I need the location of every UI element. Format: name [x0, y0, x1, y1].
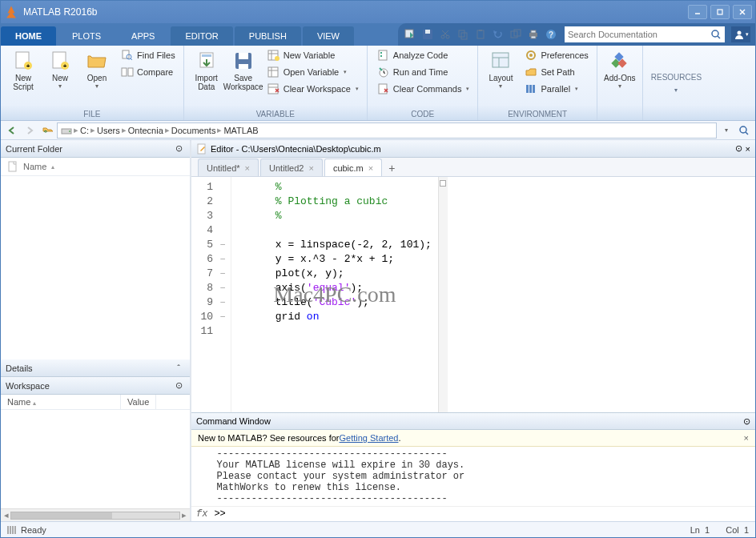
ribbon-tab-bar: HOME PLOTS APPS EDITOR PUBLISH VIEW ? ▾ [1, 23, 755, 46]
search-icon[interactable] [710, 29, 722, 40]
tab-apps[interactable]: APPS [117, 26, 169, 46]
analyze-code-button[interactable]: Analyze Code [374, 47, 473, 63]
tab-plots[interactable]: PLOTS [58, 26, 115, 46]
panel-menu-icon[interactable]: ⊙ [735, 143, 742, 154]
svg-point-68 [740, 126, 746, 133]
close-button[interactable] [733, 5, 752, 19]
path-segment[interactable]: ▸MATLAB [217, 125, 258, 135]
new-button[interactable]: + New▾ [42, 47, 78, 92]
path-segment[interactable]: ▸Documents [165, 125, 216, 135]
svg-point-44 [275, 56, 279, 61]
workspace-header[interactable]: Workspace ⊙ [1, 377, 190, 395]
ribbon-group-addons: Add-Ons▾ [597, 46, 643, 120]
workspace-scrollbar[interactable]: ◂ ▸ [1, 508, 190, 521]
parallel-button[interactable]: Parallel▾ [521, 81, 591, 97]
app-title: MATLAB R2016b [23, 6, 688, 18]
path-segment[interactable]: ▸C: [74, 125, 89, 135]
save-workspace-button[interactable]: Save Workspace [226, 47, 261, 94]
tab-publish[interactable]: PUBLISH [235, 26, 301, 46]
svg-rect-19 [531, 36, 536, 38]
command-window-output[interactable]: ----------------------------------------… [191, 447, 755, 506]
tab-view[interactable]: VIEW [303, 26, 354, 46]
svg-rect-54 [379, 84, 387, 94]
nav-up-button[interactable] [39, 122, 55, 139]
svg-rect-34 [122, 68, 127, 76]
banner-close-icon[interactable]: × [744, 433, 749, 443]
layout-button[interactable]: Layout▾ [483, 47, 518, 92]
svg-text:+: + [26, 62, 30, 70]
new-tab-button[interactable]: + [384, 160, 400, 176]
svg-rect-6 [425, 30, 430, 34]
save-icon[interactable] [420, 27, 435, 42]
quick-access-toolbar: ? ▾ [398, 23, 755, 46]
clear-workspace-button[interactable]: Clear Workspace▾ [264, 81, 362, 97]
paste-icon[interactable] [473, 27, 488, 42]
svg-text:?: ? [549, 30, 553, 39]
editor-tab-active[interactable]: cubic.m× [324, 159, 382, 176]
new-script-button[interactable]: + New Script [6, 47, 41, 94]
details-header[interactable]: Details ˆ [1, 359, 190, 377]
run-and-time-button[interactable]: Run and Time [374, 64, 473, 80]
svg-point-59 [529, 54, 533, 57]
cut-icon[interactable] [438, 27, 452, 42]
resources-button[interactable]: RESOURCES ▾ [643, 46, 710, 120]
maximize-button[interactable] [710, 5, 730, 19]
copy-icon[interactable] [456, 27, 470, 42]
help-icon[interactable]: ? [544, 27, 558, 42]
tab-editor[interactable]: EDITOR [171, 26, 232, 46]
tab-close-icon[interactable]: × [245, 163, 250, 173]
new-variable-button[interactable]: New Variable [264, 47, 362, 63]
status-text: Ready [21, 525, 46, 535]
command-prompt[interactable]: fx >> [191, 506, 755, 521]
command-window-header[interactable]: Command Window ⊙ [191, 412, 755, 430]
tab-home[interactable]: HOME [1, 26, 56, 46]
expand-icon[interactable]: ˆ [172, 362, 185, 375]
minimize-button[interactable] [688, 5, 707, 19]
nav-back-button[interactable] [4, 122, 20, 139]
svg-text:+: + [63, 62, 67, 70]
panel-close-icon[interactable]: × [746, 144, 750, 154]
fx-icon[interactable]: fx [196, 508, 207, 520]
add-ons-button[interactable]: Add-Ons▾ [602, 47, 637, 92]
panel-menu-icon[interactable]: ⊙ [172, 379, 185, 392]
preferences-button[interactable]: Preferences [521, 47, 591, 63]
editor-tab[interactable]: Untitled*× [198, 159, 259, 176]
svg-rect-62 [533, 85, 535, 93]
path-field[interactable]: ▸C: ▸Users ▸Ontecnia ▸Documents ▸MATLAB [57, 122, 717, 139]
drive-icon [61, 125, 72, 136]
path-segment[interactable]: ▸Users [90, 125, 120, 135]
import-data-button[interactable]: Import Data [189, 47, 224, 94]
open-button[interactable]: Open▾ [79, 47, 115, 92]
set-path-button[interactable]: Set Path [521, 64, 591, 80]
nav-forward-button[interactable] [22, 122, 38, 139]
panel-menu-icon[interactable]: ⊙ [172, 143, 185, 155]
login-button[interactable]: ▾ [731, 26, 750, 42]
tab-close-icon[interactable]: × [368, 163, 373, 173]
getting-started-banner: New to MATLAB? See resources for Getting… [191, 430, 755, 447]
compare-button[interactable]: Compare [118, 64, 179, 80]
clear-commands-button[interactable]: Clear Commands▾ [374, 81, 473, 97]
ribbon: + New Script + New▾ Open▾ Find Files [1, 46, 755, 121]
getting-started-link[interactable]: Getting Started [339, 433, 398, 443]
tab-close-icon[interactable]: × [308, 163, 313, 173]
qat-insert-icon[interactable] [403, 27, 417, 42]
search-documentation[interactable] [565, 26, 725, 42]
code-editor[interactable]: 1 2 3 4 5– 6– 7– 8– 9– 10– 11 % % Plotti… [191, 177, 755, 412]
find-files-button[interactable]: Find Files [118, 47, 179, 63]
editor-panel-header[interactable]: Editor - C:\Users\Ontecnia\Desktop\cubic… [191, 140, 755, 158]
workspace-columns[interactable]: Name ▴ Value [1, 395, 190, 410]
search-input[interactable] [568, 30, 710, 39]
browse-folder-button[interactable] [736, 122, 752, 139]
print-icon[interactable] [526, 27, 541, 42]
open-variable-button[interactable]: Open Variable▾ [264, 64, 362, 80]
path-segment[interactable]: ▸Ontecnia [122, 125, 163, 135]
current-folder-header[interactable]: Current Folder ⊙ [1, 140, 190, 158]
code-text[interactable]: % % Plotting a cubic % x = linspace(-2, … [231, 177, 438, 412]
path-dropdown-button[interactable]: ▾ [718, 122, 734, 139]
undo-icon[interactable] [491, 27, 505, 42]
current-folder-columns[interactable]: Name ▴ [1, 158, 190, 176]
switch-windows-icon[interactable] [509, 27, 523, 42]
panel-menu-icon[interactable]: ⊙ [743, 416, 750, 427]
editor-tab[interactable]: Untitled2× [260, 159, 323, 176]
message-bar[interactable] [438, 177, 448, 412]
